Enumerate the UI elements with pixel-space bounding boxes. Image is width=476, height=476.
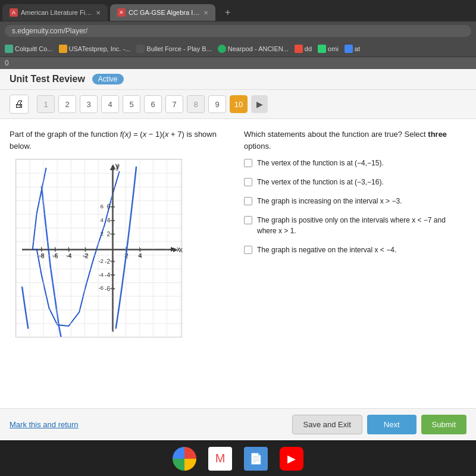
tab-icon-2: ✕	[117, 8, 126, 17]
question-text-left: Part of the graph of the function f(x) =…	[10, 129, 232, 152]
bookmark-dd[interactable]: dd	[295, 45, 312, 53]
option-text-5: The graph is negative on the interval x …	[257, 245, 396, 255]
graph-container: x y -8 -6 -4 -2 2 4 6 4 2 -2 -4 -6	[15, 159, 182, 337]
page-number: 0	[5, 59, 9, 67]
bookmark-label-3: Bullet Force - Play B...	[146, 45, 211, 52]
gmail-icon[interactable]: M	[208, 447, 232, 471]
action-buttons: Save and Exit Next Submit	[292, 415, 466, 434]
address-bar	[0, 21, 476, 40]
tab-new[interactable]: +	[218, 4, 237, 21]
unit-title: Unit Test Review	[10, 74, 85, 84]
bookmark-bullet[interactable]: Bullet Force - Play B...	[136, 45, 211, 53]
print-icon: 🖨	[14, 99, 24, 109]
nav-num-1[interactable]: 1	[37, 95, 55, 113]
nav-num-4[interactable]: 4	[101, 95, 119, 113]
option-row-1: The vertex of the function is at (−4,−15…	[244, 158, 466, 168]
browser-chrome: A American Literature Fifth Period ✕ ✕ C…	[0, 0, 476, 69]
submit-button[interactable]: Submit	[421, 415, 466, 434]
youtube-icon[interactable]: ▶	[280, 447, 303, 471]
nav-num-5[interactable]: 5	[123, 95, 140, 113]
bookmark-icon-6	[318, 45, 326, 53]
option-text-1: The vertex of the function is at (−4,−15…	[257, 158, 384, 168]
option-row-3: The graph is increasing on the interval …	[244, 196, 466, 206]
option-checkbox-4[interactable]	[244, 216, 252, 224]
bookmark-icon-2	[59, 45, 67, 53]
nav-num-7[interactable]: 7	[165, 95, 183, 113]
bookmark-icon-1	[5, 45, 13, 53]
tab-label-1: American Literature Fifth Period	[21, 9, 92, 16]
bookmark-usatest[interactable]: USATestprep, Inc. -...	[59, 45, 131, 53]
bookmark-label-1: Colquitt Co...	[15, 45, 53, 52]
bookmark-label-2: USATestprep, Inc. -...	[69, 45, 131, 52]
bookmark-label-4: Nearpod - ANCIEN...	[228, 45, 289, 52]
content-area: Unit Test Review Active 🖨 1 2 3 4 5 6 7 …	[0, 69, 476, 440]
bookmark-icon-5	[295, 45, 303, 53]
option-row-2: The vertex of the function is at (−3,−16…	[244, 177, 466, 187]
nav-next-arrow[interactable]: ▶	[251, 95, 268, 113]
tab-algebra[interactable]: ✕ CC GA-GSE Algebra II 27.09920 ✕	[110, 4, 215, 21]
tab-close-2[interactable]: ✕	[203, 10, 208, 16]
bookmark-label-7: at	[355, 45, 360, 52]
mark-return-link[interactable]: Mark this and return	[10, 420, 79, 429]
question-nav: 🖨 1 2 3 4 5 6 7 8 9 10 ▶	[0, 90, 476, 119]
bookmark-label-6: omi	[328, 45, 339, 52]
taskbar: M 📄 ▶	[0, 440, 476, 476]
bookmark-icon-7	[345, 45, 353, 53]
page-number-bar: 0	[0, 57, 476, 69]
option-text-2: The vertex of the function is at (−3,−16…	[257, 177, 384, 187]
answer-title: Which statements about the function are …	[244, 129, 466, 152]
bookmarks-bar: Colquitt Co... USATestprep, Inc. -... Bu…	[0, 40, 476, 57]
nav-num-6[interactable]: 6	[144, 95, 162, 113]
nav-num-10[interactable]: 10	[230, 95, 248, 113]
bookmark-label-5: dd	[305, 45, 312, 52]
right-panel: Which statements about the function are …	[244, 129, 466, 399]
unit-header: Unit Test Review Active	[0, 69, 476, 90]
print-button[interactable]: 🖨	[10, 95, 29, 114]
nav-num-8[interactable]: 8	[187, 95, 205, 113]
address-input[interactable]	[5, 25, 471, 37]
active-badge: Active	[92, 74, 124, 84]
option-checkbox-1[interactable]	[244, 159, 252, 167]
option-text-4: The graph is positive only on the interv…	[257, 215, 466, 236]
bookmark-omi[interactable]: omi	[318, 45, 339, 53]
bookmark-icon-3	[136, 45, 145, 53]
option-checkbox-2[interactable]	[244, 178, 252, 186]
files-icon[interactable]: 📄	[244, 447, 268, 471]
bookmark-colquitt[interactable]: Colquitt Co...	[5, 45, 53, 53]
option-checkbox-5[interactable]	[244, 246, 252, 254]
question-content: Part of the graph of the function f(x) =…	[0, 119, 476, 408]
nav-num-2[interactable]: 2	[58, 95, 76, 113]
next-button[interactable]: Next	[367, 415, 416, 434]
bookmark-at[interactable]: at	[345, 45, 360, 53]
chrome-icon[interactable]	[173, 447, 196, 471]
tab-american-lit[interactable]: A American Literature Fifth Period ✕	[2, 4, 108, 21]
bookmark-nearpod[interactable]: Nearpod - ANCIEN...	[218, 45, 289, 53]
save-exit-button[interactable]: Save and Exit	[292, 415, 362, 434]
option-text-3: The graph is increasing on the interval …	[257, 196, 402, 206]
nav-num-3[interactable]: 3	[80, 95, 98, 113]
tab-icon-1: A	[10, 8, 18, 17]
bottom-bar: Mark this and return Save and Exit Next …	[0, 408, 476, 440]
tab-bar: A American Literature Fifth Period ✕ ✕ C…	[0, 0, 476, 21]
tab-close-1[interactable]: ✕	[96, 10, 101, 16]
tab-label-2: CC GA-GSE Algebra II 27.09920	[129, 9, 200, 16]
left-panel: Part of the graph of the function f(x) =…	[10, 129, 232, 399]
option-row-4: The graph is positive only on the interv…	[244, 215, 466, 236]
option-checkbox-3[interactable]	[244, 197, 252, 205]
nav-num-9[interactable]: 9	[208, 95, 226, 113]
bookmark-icon-4	[218, 45, 226, 53]
option-row-5: The graph is negative on the interval x …	[244, 245, 466, 255]
